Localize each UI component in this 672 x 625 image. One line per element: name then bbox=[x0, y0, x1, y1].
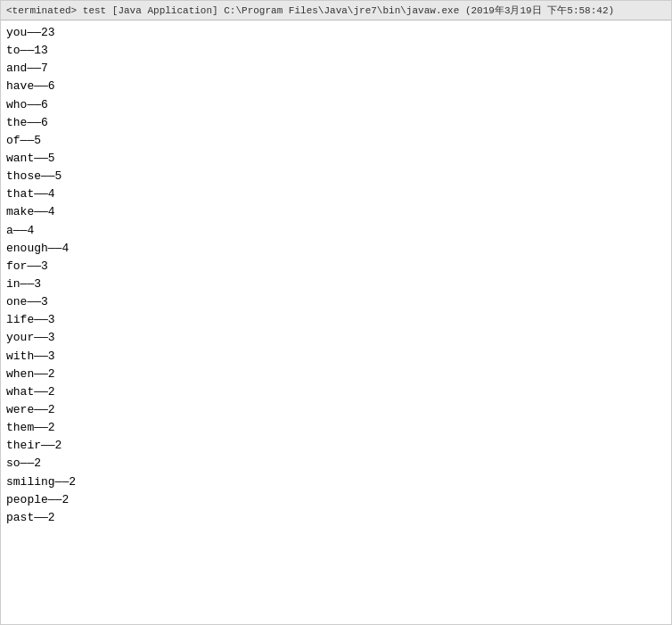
output-line: what——2 bbox=[6, 383, 666, 401]
output-line: make——4 bbox=[6, 203, 666, 221]
output-line: life——3 bbox=[6, 311, 666, 329]
output-line: who——6 bbox=[6, 96, 666, 114]
output-line: enough——4 bbox=[6, 240, 666, 258]
output-line: one——3 bbox=[6, 293, 666, 311]
output-line: for——3 bbox=[6, 258, 666, 275]
output-line: past——2 bbox=[6, 509, 666, 527]
output-line: that——4 bbox=[6, 185, 666, 203]
output-line: in——3 bbox=[6, 275, 666, 293]
output-line: people——2 bbox=[6, 491, 666, 509]
output-line: smiling——2 bbox=[6, 473, 666, 491]
output-line: them——2 bbox=[6, 419, 666, 437]
title-bar: <terminated> test [Java Application] C:\… bbox=[1, 1, 671, 21]
output-line: their——2 bbox=[6, 437, 666, 455]
output-line: a——4 bbox=[6, 222, 666, 240]
output-line: of——5 bbox=[6, 132, 666, 150]
output-line: to——13 bbox=[6, 42, 666, 60]
output-line: you——23 bbox=[6, 24, 666, 42]
output-line: were——2 bbox=[6, 401, 666, 419]
app-window: <terminated> test [Java Application] C:\… bbox=[0, 0, 672, 625]
output-line: the——6 bbox=[6, 114, 666, 132]
output-line: want——5 bbox=[6, 150, 666, 168]
output-line: with——3 bbox=[6, 348, 666, 366]
output-line: so——2 bbox=[6, 455, 666, 473]
console-output: you——23to——13and——7have——6who——6the——6of… bbox=[1, 21, 671, 530]
output-line: have——6 bbox=[6, 78, 666, 95]
title-bar-text: <terminated> test [Java Application] C:\… bbox=[6, 5, 614, 16]
output-line: your——3 bbox=[6, 329, 666, 347]
output-line: when——2 bbox=[6, 366, 666, 383]
output-line: those——5 bbox=[6, 168, 666, 185]
output-line: and——7 bbox=[6, 60, 666, 78]
